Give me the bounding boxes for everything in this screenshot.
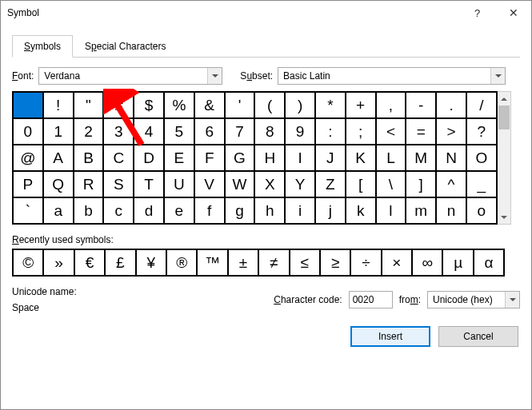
- symbol-cell[interactable]: e: [164, 197, 194, 224]
- symbol-cell[interactable]: I: [285, 145, 315, 171]
- symbol-cell[interactable]: (: [254, 92, 285, 118]
- recent-cell[interactable]: €: [74, 249, 105, 276]
- symbol-cell[interactable]: n: [436, 197, 466, 224]
- symbol-cell[interactable]: Z: [315, 171, 346, 197]
- symbol-cell[interactable]: O: [466, 145, 497, 171]
- symbol-cell[interactable]: <: [376, 118, 406, 145]
- symbol-cell[interactable]: _: [466, 171, 497, 197]
- symbol-cell[interactable]: `: [13, 197, 43, 224]
- recent-cell[interactable]: £: [105, 249, 135, 276]
- tab-special-characters[interactable]: Special Characters: [73, 35, 178, 58]
- symbol-cell[interactable]: [13, 92, 43, 118]
- symbol-cell[interactable]: h: [254, 197, 285, 224]
- recent-cell[interactable]: α: [474, 249, 504, 276]
- recent-cell[interactable]: µ: [442, 249, 473, 276]
- char-code-input[interactable]: [349, 291, 393, 308]
- symbol-cell[interactable]: T: [134, 171, 164, 197]
- symbol-cell[interactable]: ): [285, 92, 315, 118]
- symbol-cell[interactable]: j: [315, 197, 346, 224]
- symbol-cell[interactable]: 0: [13, 118, 43, 145]
- symbol-cell[interactable]: 4: [134, 118, 164, 145]
- symbol-cell[interactable]: f: [194, 197, 225, 224]
- symbol-cell[interactable]: ;: [346, 118, 376, 145]
- recent-cell[interactable]: »: [43, 249, 74, 276]
- symbol-cell[interactable]: /: [466, 92, 497, 118]
- close-button[interactable]: ✕: [495, 1, 531, 25]
- symbol-cell[interactable]: >: [436, 118, 466, 145]
- symbol-cell[interactable]: C: [103, 145, 134, 171]
- symbol-cell[interactable]: H: [254, 145, 285, 171]
- recent-cell[interactable]: ≥: [320, 249, 350, 276]
- symbol-cell[interactable]: 7: [225, 118, 255, 145]
- chevron-down-icon[interactable]: [207, 68, 222, 84]
- symbol-cell[interactable]: 3: [103, 118, 134, 145]
- symbol-cell[interactable]: B: [74, 145, 104, 171]
- symbol-cell[interactable]: #: [103, 92, 134, 118]
- symbol-cell[interactable]: d: [134, 197, 164, 224]
- symbol-cell[interactable]: 8: [254, 118, 285, 145]
- recent-cell[interactable]: ±: [228, 249, 258, 276]
- recent-cell[interactable]: ≠: [258, 249, 289, 276]
- symbol-cell[interactable]: 1: [43, 118, 74, 145]
- symbol-cell[interactable]: g: [225, 197, 255, 224]
- symbol-cell[interactable]: ^: [436, 171, 466, 197]
- subset-combo[interactable]: Basic Latin: [278, 67, 506, 85]
- symbol-cell[interactable]: R: [74, 171, 104, 197]
- symbol-cell[interactable]: ?: [466, 118, 497, 145]
- symbol-cell[interactable]: ": [74, 92, 104, 118]
- cancel-button[interactable]: Cancel: [438, 326, 518, 347]
- recent-cell[interactable]: ©: [13, 249, 43, 276]
- symbol-cell[interactable]: Y: [285, 171, 315, 197]
- chevron-down-icon[interactable]: [490, 68, 505, 84]
- symbol-cell[interactable]: W: [225, 171, 255, 197]
- symbol-cell[interactable]: A: [43, 145, 74, 171]
- symbol-cell[interactable]: b: [74, 197, 104, 224]
- symbol-cell[interactable]: 2: [74, 118, 104, 145]
- symbol-cell[interactable]: F: [194, 145, 225, 171]
- recent-cell[interactable]: ™: [197, 249, 227, 276]
- symbol-cell[interactable]: E: [164, 145, 194, 171]
- symbol-cell[interactable]: -: [406, 92, 436, 118]
- symbol-cell[interactable]: +: [346, 92, 376, 118]
- symbol-cell[interactable]: .: [436, 92, 466, 118]
- insert-button[interactable]: Insert: [350, 326, 430, 347]
- symbol-cell[interactable]: 9: [285, 118, 315, 145]
- symbol-cell[interactable]: *: [315, 92, 346, 118]
- chevron-down-icon[interactable]: [505, 292, 519, 308]
- symbol-cell[interactable]: l: [376, 197, 406, 224]
- symbol-cell[interactable]: @: [13, 145, 43, 171]
- symbol-cell[interactable]: :: [315, 118, 346, 145]
- tab-symbols[interactable]: Symbols: [12, 35, 73, 58]
- symbol-cell[interactable]: =: [406, 118, 436, 145]
- symbol-cell[interactable]: m: [406, 197, 436, 224]
- scrollbar[interactable]: [498, 91, 511, 225]
- symbol-cell[interactable]: Q: [43, 171, 74, 197]
- recent-cell[interactable]: ®: [166, 249, 197, 276]
- recent-cell[interactable]: ×: [382, 249, 412, 276]
- symbol-cell[interactable]: X: [254, 171, 285, 197]
- symbol-cell[interactable]: 5: [164, 118, 194, 145]
- symbol-cell[interactable]: \: [376, 171, 406, 197]
- symbol-cell[interactable]: D: [134, 145, 164, 171]
- from-combo[interactable]: Unicode (hex): [427, 291, 520, 308]
- scroll-thumb[interactable]: [498, 105, 510, 129]
- scroll-down-icon[interactable]: [498, 210, 510, 224]
- symbol-cell[interactable]: ]: [406, 171, 436, 197]
- recent-cell[interactable]: ÷: [350, 249, 381, 276]
- symbol-cell[interactable]: L: [376, 145, 406, 171]
- symbol-cell[interactable]: ,: [376, 92, 406, 118]
- symbol-cell[interactable]: o: [466, 197, 497, 224]
- font-combo[interactable]: Verdana: [38, 67, 222, 85]
- symbol-cell[interactable]: P: [13, 171, 43, 197]
- symbol-cell[interactable]: k: [346, 197, 376, 224]
- symbol-cell[interactable]: &: [194, 92, 225, 118]
- symbol-cell[interactable]: V: [194, 171, 225, 197]
- symbol-cell[interactable]: [: [346, 171, 376, 197]
- symbol-cell[interactable]: N: [436, 145, 466, 171]
- recent-cell[interactable]: ¥: [136, 249, 166, 276]
- symbol-cell[interactable]: G: [225, 145, 255, 171]
- symbol-cell[interactable]: ': [225, 92, 255, 118]
- symbol-cell[interactable]: J: [315, 145, 346, 171]
- scroll-up-icon[interactable]: [498, 92, 510, 105]
- recent-cell[interactable]: ∞: [412, 249, 442, 276]
